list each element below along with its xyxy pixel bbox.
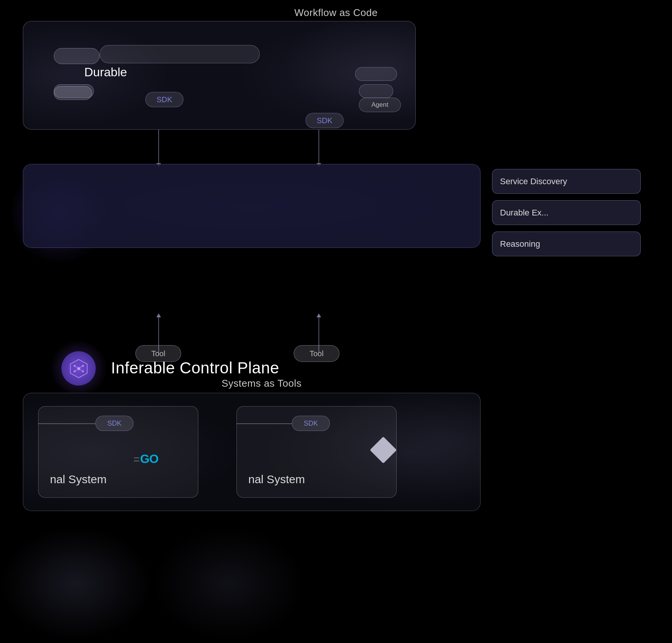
workflow-box: Durable SDK SDK Agent bbox=[23, 21, 416, 130]
svg-line-7 bbox=[79, 366, 83, 368]
tool-pill-left: Tool bbox=[135, 345, 181, 362]
go-logo: =GO bbox=[133, 452, 158, 466]
svg-line-8 bbox=[74, 368, 79, 371]
workflow-top-pill bbox=[100, 45, 260, 63]
durable-label: Durable bbox=[84, 65, 127, 79]
systems-label: Systems as Tools bbox=[222, 378, 302, 389]
system-label-right: nal System bbox=[248, 473, 305, 486]
workflow-tr-pill-1 bbox=[355, 67, 397, 81]
svg-line-6 bbox=[74, 366, 79, 368]
control-plane-title: Inferable Control Plane bbox=[111, 359, 279, 377]
bottom-glow-left bbox=[0, 526, 153, 641]
hex-icon bbox=[68, 358, 89, 379]
agent-pill: Agent bbox=[359, 98, 401, 112]
tool-pill-right: Tool bbox=[294, 345, 339, 362]
badge-service-discovery: Service Discovery bbox=[492, 169, 641, 194]
workflow-pill-3 bbox=[54, 84, 94, 98]
system-card-left: nal System bbox=[38, 406, 198, 498]
inferable-logo bbox=[61, 351, 96, 386]
workflow-pill-1 bbox=[54, 48, 100, 64]
svg-line-9 bbox=[79, 368, 83, 371]
control-plane-box: Inferable Control Plane bbox=[23, 164, 481, 248]
badge-reasoning: Reasoning bbox=[492, 231, 641, 256]
arrow-workflow-to-control-right bbox=[318, 130, 319, 164]
sdk-pill-workflow-right: SDK bbox=[305, 113, 344, 128]
arrow-workflow-to-control-left bbox=[158, 130, 159, 164]
main-container: Workflow as Code Durable SDK SDK Agent bbox=[0, 0, 672, 643]
bottom-glow-right bbox=[153, 526, 305, 641]
badge-durable-execution: Durable Ex... bbox=[492, 200, 641, 225]
workflow-label: Workflow as Code bbox=[294, 7, 378, 19]
sdk-pill-workflow-left: SDK bbox=[145, 92, 183, 107]
system-label-left: nal System bbox=[50, 473, 106, 486]
workflow-tr-pill-2 bbox=[359, 84, 393, 98]
